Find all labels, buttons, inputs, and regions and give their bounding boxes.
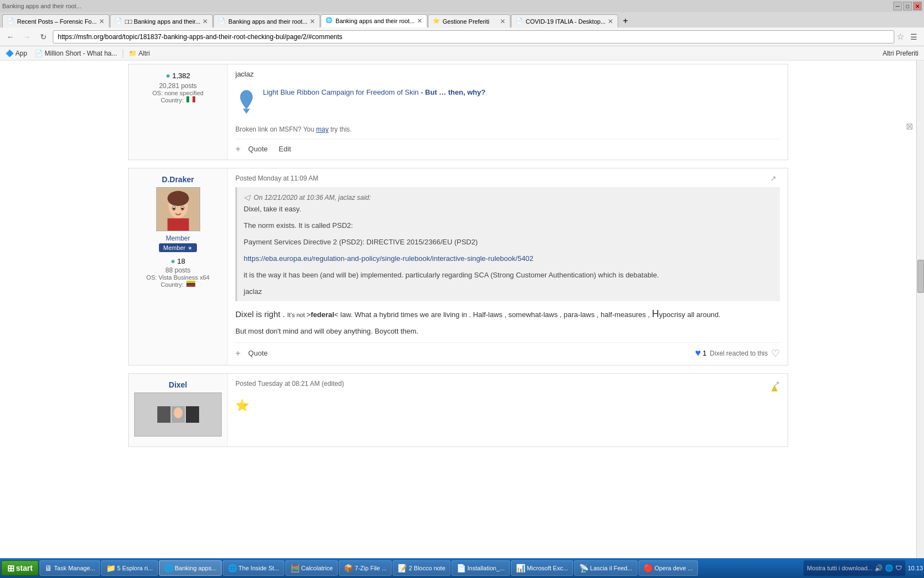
tab-close-2[interactable]: ✕ — [202, 18, 208, 25]
tab-favicon-4: 🌐 — [326, 17, 333, 25]
quote-line-1: Dixel, take it easy. — [244, 205, 773, 213]
tab-banking-3[interactable]: 📄 Banking apps and their root... ✕ — [213, 14, 320, 28]
close-button[interactable]: ✕ — [913, 2, 922, 10]
flag-lithuania — [186, 281, 195, 287]
tab-banking-2[interactable]: 📄 □□ Banking apps and their... ✕ — [110, 14, 213, 28]
window-title: Banking apps and their root... — [2, 3, 81, 9]
post-author-ddraker: D.Draker — [129, 168, 228, 365]
svg-rect-7 — [167, 219, 189, 231]
tab-title-1: Recent Posts – Forensic Fo... — [17, 18, 97, 25]
quote-header-text: On 12/21/2020 at 10:36 AM, jaclaz said: — [254, 194, 371, 201]
reaction-area-ddraker: ♥ 1 Dixel reacted to this ♡ — [695, 347, 780, 359]
jaclaz-os: OS: none specified — [134, 90, 222, 96]
minimize-button[interactable]: ─ — [893, 2, 902, 10]
svg-point-5 — [173, 208, 175, 210]
million-short-icon: 📄 — [35, 50, 43, 57]
tab-title-4: Banking apps and their root... — [336, 18, 415, 24]
quote-line-3: Payment Services Directive 2 (PSD2): DIR… — [244, 238, 773, 246]
tab-close-3[interactable]: ✕ — [310, 18, 315, 25]
quote-button-ddraker[interactable]: Quote — [245, 348, 271, 358]
svg-point-2 — [167, 191, 189, 206]
quote-button-jaclaz[interactable]: Quote — [245, 144, 271, 154]
title-bar: Banking apps and their root... ─ □ ✕ — [0, 0, 924, 12]
may-try-link[interactable]: may — [316, 126, 329, 133]
bookmark-altri-preferiti[interactable]: Altri Preferiti — [881, 48, 921, 58]
heart-outline-icon[interactable]: ♡ — [771, 347, 780, 359]
dixel-post-body: Posted Tuesday at 08:21 AM (edited) ↗ ▲ … — [228, 374, 788, 446]
jaclaz-country: Country: — [134, 96, 222, 103]
jaclaz-post-body: jaclaz Light Blue Ribbon Campaign for Fr… — [228, 64, 788, 160]
svg-point-6 — [181, 208, 183, 210]
plus-button-jaclaz[interactable]: + — [235, 144, 240, 154]
scrollbar-thumb[interactable] — [917, 260, 924, 293]
maximize-button[interactable]: □ — [903, 2, 912, 10]
address-bar[interactable] — [53, 30, 894, 43]
ribbon-bold-link[interactable]: But … then, why? — [425, 88, 486, 96]
forward-button[interactable]: → — [20, 30, 34, 44]
altri-label: Altri — [139, 50, 150, 57]
ddraker-post-date: Posted Monday at 11:09 AM — [235, 175, 318, 182]
its-not: It's not — [287, 312, 306, 318]
bookmark-app[interactable]: 🔷 App — [3, 48, 29, 58]
jaclaz-posts: 20,281 posts — [134, 82, 222, 90]
ddraker-post-actions: + Quote ♥ 1 Dixel reacted to this ♡ — [235, 342, 780, 359]
tab-recent-posts[interactable]: 📄 Recent Posts – Forensic Fo... ✕ — [2, 14, 109, 28]
scrollbar-track[interactable] — [916, 61, 924, 558]
new-tab-button[interactable]: + — [619, 14, 632, 28]
ddraker-name: D.Draker — [134, 175, 222, 184]
ddraker-avatar — [156, 187, 200, 231]
navigation-bar: ← → ↻ ☆ ☰ — [0, 28, 924, 46]
dixel-avatar-part1 — [157, 406, 170, 423]
menu-button[interactable]: ☰ — [906, 30, 921, 44]
tab-title-2: □□ Banking apps and their... — [125, 18, 200, 25]
tab-favicon-3: 📄 — [218, 18, 226, 25]
tab-close-6[interactable]: ✕ — [608, 18, 613, 25]
quote-jaclaz: jaclaz — [244, 287, 773, 296]
tab-close-4[interactable]: ✕ — [417, 17, 422, 25]
quote-link[interactable]: https://eba.europa.eu/regulation-and-pol… — [244, 254, 534, 263]
scroll-to-top-icon[interactable]: ▲ — [769, 381, 780, 394]
refresh-button[interactable]: ↻ — [36, 30, 51, 44]
bookmark-million-short[interactable]: 📄 Million Short - What ha... — [32, 48, 119, 58]
post-author-jaclaz: ● 1,382 20,281 posts OS: none specified … — [129, 64, 228, 160]
share-icon-ddraker[interactable]: ↗ — [770, 174, 777, 183]
avatar-svg — [157, 187, 200, 231]
edit-button-jaclaz[interactable]: Edit — [276, 144, 294, 154]
rep-icon-ddraker: ● — [170, 257, 175, 265]
federal-bold: federal — [311, 310, 334, 319]
tab-favicon-2: 📄 — [115, 18, 123, 25]
heart-filled-icon: ♥ — [695, 347, 701, 359]
tab-banking-4-active[interactable]: 🌐 Banking apps and their root... ✕ — [321, 14, 427, 28]
plus-button-ddraker[interactable]: + — [235, 348, 240, 358]
quote-indicator: ◁ — [244, 193, 250, 201]
rep-icon-jaclaz: ● — [166, 71, 170, 80]
post-jaclaz: ● 1,382 20,281 posts OS: none specified … — [128, 64, 788, 160]
post-dixel: Dixel — [128, 373, 788, 447]
dixel-avatar-part3 — [186, 406, 199, 423]
dixel-avatar — [134, 392, 222, 437]
tab-close-1[interactable]: ✕ — [99, 18, 105, 25]
ddraker-country: Country: — [134, 281, 222, 288]
ribbon-link[interactable]: Light Blue Ribbon Campaign for Freedom o… — [263, 88, 419, 96]
bookmark-altri[interactable]: 📁 Altri — [127, 48, 152, 58]
ypocrisy-text: ypocrisy all around. — [659, 310, 721, 319]
ddraker-text: Dixel is right . It's not >federal< law.… — [235, 307, 780, 321]
quote-content-ddraker: Dixel, take it easy. The norm exists. It… — [244, 205, 773, 296]
law-text: < law. What a hybrid times we are living… — [334, 310, 652, 319]
million-short-label: Million Short - What ha... — [45, 50, 117, 57]
tab-close-5[interactable]: ✕ — [500, 18, 505, 25]
tab-covid[interactable]: 📄 COVID-19 ITALIA - Desktop... ✕ — [511, 14, 618, 28]
svg-point-10 — [174, 407, 183, 418]
quote-line-2: The norm exists. It is called PSD2: — [244, 221, 773, 230]
reaction-count: ♥ 1 — [695, 347, 707, 359]
reaction-number: 1 — [702, 349, 706, 357]
filter-icon[interactable]: ⊠ — [906, 121, 913, 132]
back-button[interactable]: ← — [3, 30, 18, 44]
altri-preferiti-label: Altri Preferiti — [883, 50, 919, 57]
ribbon-section: Light Blue Ribbon Campaign for Freedom o… — [235, 83, 780, 121]
tab-preferiti[interactable]: ⭐ Gestione Preferiti ✕ — [428, 14, 510, 28]
ddraker-rep: 18 — [177, 257, 185, 265]
dixel-post-date: Posted Tuesday at 08:21 AM (edited) — [235, 380, 344, 388]
bookmark-star[interactable]: ☆ — [897, 31, 904, 42]
star-decoration: ⭐ — [235, 394, 780, 416]
